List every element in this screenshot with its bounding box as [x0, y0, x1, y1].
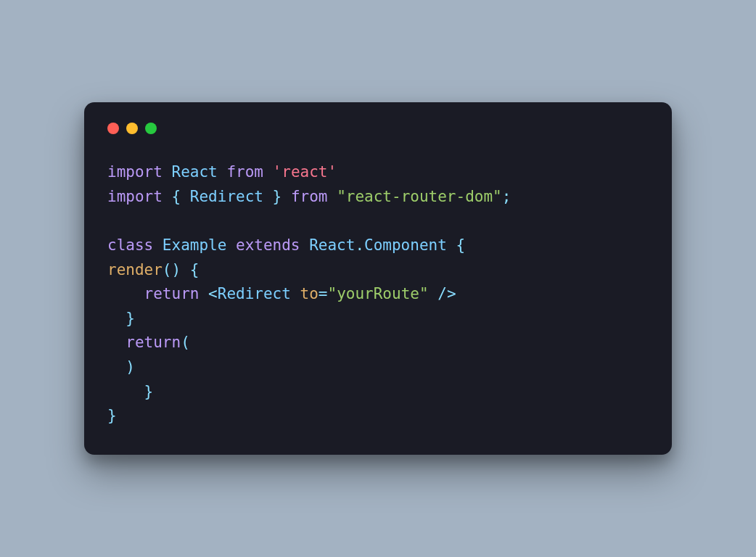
code-token: extends: [236, 236, 300, 254]
code-token: ;: [502, 188, 511, 205]
code-token: }: [273, 188, 282, 205]
code-token: .: [355, 236, 364, 254]
code-token: import: [107, 188, 163, 205]
code-token: {: [172, 188, 181, 205]
code-token: =: [319, 285, 328, 302]
code-token: Component: [364, 236, 447, 254]
minimize-icon[interactable]: [126, 123, 138, 134]
code-token: [199, 285, 208, 302]
code-token: [447, 236, 456, 254]
code-token: [282, 188, 291, 205]
code-token: [181, 261, 190, 278]
maximize-icon[interactable]: [145, 123, 157, 134]
code-token: }: [126, 310, 135, 327]
code-token: ): [126, 358, 135, 376]
code-token: [263, 163, 273, 181]
code-token: [163, 188, 172, 205]
code-token: [107, 310, 126, 327]
code-token: [107, 383, 144, 400]
code-token: [291, 285, 300, 302]
code-token: React: [300, 236, 356, 254]
code-token: React: [163, 163, 227, 181]
code-token: Redirect: [218, 285, 291, 302]
code-token: Example: [153, 236, 236, 254]
code-token: return: [144, 285, 200, 302]
code-token: ): [172, 261, 181, 278]
code-token: }: [107, 407, 117, 424]
close-icon[interactable]: [107, 123, 119, 134]
code-block: import React from 'react' import { Redir…: [107, 160, 649, 429]
code-token: [429, 285, 438, 302]
code-token: import: [107, 163, 163, 181]
code-token: "yourRoute": [328, 285, 429, 302]
code-token: {: [190, 261, 200, 278]
code-token: [107, 285, 144, 302]
code-token: 'react': [273, 163, 337, 181]
code-token: [107, 358, 126, 376]
code-token: from: [291, 188, 328, 205]
code-token: {: [456, 236, 466, 254]
code-token: to: [300, 285, 319, 302]
code-token: from: [226, 163, 263, 181]
code-token: [328, 188, 337, 205]
code-token: />: [437, 285, 456, 302]
code-token: (: [163, 261, 172, 278]
code-token: return: [126, 334, 181, 351]
code-window: import React from 'react' import { Redir…: [84, 102, 672, 455]
code-token: class: [107, 236, 153, 254]
code-token: Redirect: [181, 188, 272, 205]
code-token: [107, 334, 126, 351]
code-token: "react-router-dom": [337, 188, 502, 205]
code-token: render: [107, 261, 163, 278]
code-token: <: [208, 285, 218, 302]
window-titlebar: [107, 123, 649, 134]
code-token: (: [181, 334, 190, 351]
code-token: }: [144, 383, 154, 400]
